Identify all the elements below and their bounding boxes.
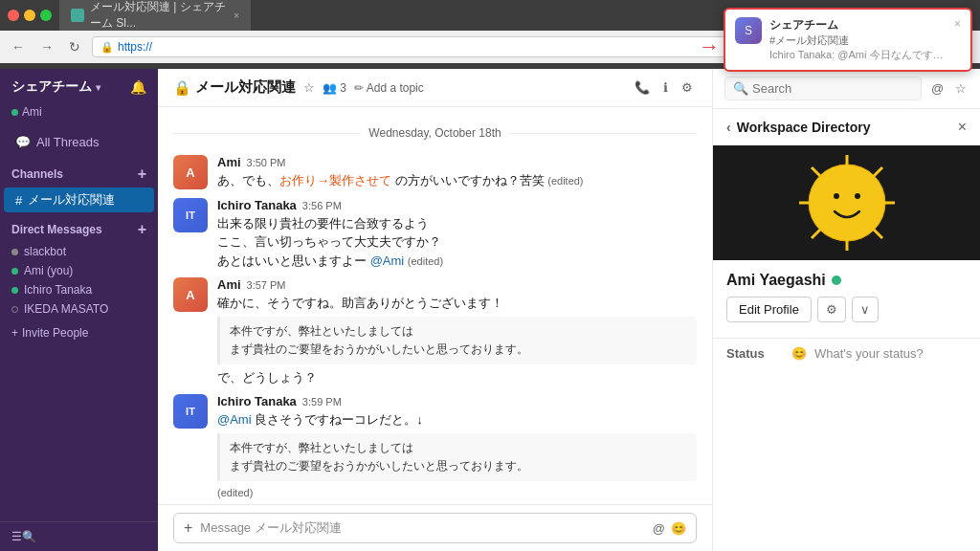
ami-status-dot bbox=[11, 268, 18, 275]
edited-indicator: (edited) bbox=[217, 485, 697, 501]
mention: @Ami bbox=[217, 412, 252, 427]
ikeda-status-dot bbox=[11, 306, 18, 313]
at-mention-icon[interactable]: @ bbox=[653, 521, 665, 536]
phone-icon[interactable]: 📞 bbox=[631, 77, 654, 99]
message-content: Ichiro Tanaka 3:56 PM 出来る限り貴社の要件に合致するよう … bbox=[217, 198, 697, 271]
edited-label: (edited) bbox=[408, 255, 443, 267]
input-action-icons: @ 😊 bbox=[653, 521, 686, 536]
close-window-button[interactable] bbox=[8, 10, 19, 21]
status-emoji[interactable]: 😊 bbox=[791, 346, 807, 361]
date-divider: Wednesday, October 18th bbox=[173, 119, 697, 147]
edit-profile-button[interactable]: Edit Profile bbox=[726, 297, 812, 322]
message-author: Ichiro Tanaka bbox=[217, 394, 297, 408]
dm-item-ikeda[interactable]: IKEDA MASATO bbox=[0, 299, 158, 319]
back-button[interactable]: ← bbox=[8, 37, 29, 56]
svg-line-6 bbox=[874, 230, 882, 238]
link-text: お作り→製作させて bbox=[279, 173, 391, 187]
workspace-name[interactable]: シェアチーム ▾ bbox=[11, 78, 100, 96]
avatar: IT bbox=[173, 394, 208, 429]
notification-bell-icon[interactable]: 🔔 bbox=[130, 79, 146, 95]
search-icon: 🔍 bbox=[733, 81, 748, 96]
ssl-lock-icon: 🔒 bbox=[100, 41, 114, 54]
sidebar-user-status: Ami bbox=[0, 103, 158, 126]
svg-line-8 bbox=[812, 230, 820, 238]
profile-panel-title: ‹ Workspace Directory bbox=[726, 120, 870, 135]
status-text[interactable]: What's your status? bbox=[814, 346, 924, 361]
add-topic-button[interactable]: ✏ Add a topic bbox=[354, 81, 424, 95]
profile-panel-header: ‹ Workspace Directory × bbox=[713, 109, 980, 145]
message-content: Ami 3:50 PM あ、でも、お作り→製作させて の方がいいですかね？苦笑 … bbox=[217, 155, 697, 190]
close-panel-button[interactable]: × bbox=[958, 119, 967, 136]
mention: @Ami bbox=[370, 253, 405, 268]
notification-content: シェアチーム #メール対応関連 Ichiro Tanaka: @Ami 今日なん… bbox=[769, 17, 947, 62]
dm-item-slackbot[interactable]: slackbot bbox=[0, 242, 158, 261]
user-status-dot bbox=[11, 109, 18, 116]
message-header: Ichiro Tanaka 3:59 PM bbox=[217, 394, 697, 408]
add-channel-button[interactable]: + bbox=[138, 165, 146, 183]
workspace-chevron-icon: ▾ bbox=[96, 82, 100, 93]
back-button[interactable]: ‹ bbox=[726, 120, 731, 135]
quoted-message: 本件ですが、弊社といたしましてはまず貴社のご要望をおうかがいしたいと思っておりま… bbox=[217, 317, 697, 364]
at-icon-button[interactable]: @ bbox=[929, 79, 946, 98]
svg-line-5 bbox=[812, 167, 820, 176]
star-channel-icon[interactable]: ☆ bbox=[303, 80, 315, 95]
forward-button[interactable]: → bbox=[36, 37, 57, 56]
svg-line-7 bbox=[874, 167, 882, 176]
red-arrow-indicator: → bbox=[699, 34, 720, 59]
message-input-field[interactable]: Message メール対応関連 bbox=[200, 519, 644, 537]
quoted-message: 本件ですが、弊社といたしましてはまず貴社のご要望をおうかがいしたいと思っておりま… bbox=[217, 433, 697, 481]
tab-favicon bbox=[71, 9, 84, 22]
right-panel-header: 🔍 @ ☆ ⋮ bbox=[713, 69, 980, 109]
lock-icon: 🔒 bbox=[173, 79, 191, 97]
profile-settings-button[interactable]: ⚙ bbox=[817, 297, 846, 322]
profile-more-button[interactable]: ∨ bbox=[852, 297, 879, 322]
refresh-button[interactable]: ↻ bbox=[65, 37, 84, 56]
window-controls bbox=[8, 10, 52, 21]
search-box[interactable]: 🔍 bbox=[724, 77, 922, 100]
app-layout: シェアチーム ▾ 🔔 Ami 💬 All Threads Channels + … bbox=[0, 69, 980, 551]
message-time: 3:59 PM bbox=[302, 396, 342, 408]
ichiro-status-dot bbox=[11, 287, 18, 294]
notification-popup[interactable]: S シェアチーム #メール対応関連 Ichiro Tanaka: @Ami 今日… bbox=[724, 8, 972, 72]
notification-close-button[interactable]: × bbox=[954, 17, 961, 31]
settings-icon[interactable]: ⚙ bbox=[678, 77, 697, 99]
sidebar-threads-section: 💬 All Threads bbox=[0, 126, 158, 158]
invite-people-button[interactable]: + Invite People bbox=[0, 319, 158, 347]
more-options-icon[interactable]: ⋮ bbox=[976, 79, 980, 98]
sidebar-header: シェアチーム ▾ 🔔 bbox=[0, 69, 158, 103]
emoji-icon[interactable]: 😊 bbox=[671, 521, 686, 536]
message-row: A Ami 3:57 PM 確かに、そうですね。助言ありがとうございます！ 本件… bbox=[158, 274, 712, 390]
minimize-window-button[interactable] bbox=[24, 10, 35, 21]
main-chat: 🔒 メール対応関連 ☆ 👥 3 ✏ Add a topic 📞 ℹ ⚙ Wedn… bbox=[158, 69, 712, 551]
message-input-box[interactable]: + Message メール対応関連 @ 😊 bbox=[173, 513, 697, 543]
threads-icon: 💬 bbox=[15, 135, 31, 149]
star-icon-button[interactable]: ☆ bbox=[953, 79, 969, 98]
maximize-window-button[interactable] bbox=[40, 10, 52, 21]
search-input[interactable] bbox=[752, 81, 913, 96]
svg-point-9 bbox=[834, 193, 839, 199]
info-icon[interactable]: ℹ bbox=[659, 77, 672, 99]
edited-label: (edited) bbox=[547, 175, 583, 187]
message-content: Ami 3:57 PM 確かに、そうですね。助言ありがとうございます！ 本件です… bbox=[217, 277, 697, 386]
dm-item-ichiro[interactable]: Ichiro Tanaka bbox=[0, 280, 158, 299]
message-input-area: + Message メール対応関連 @ 😊 bbox=[158, 504, 712, 551]
sidebar-item-mail-channel[interactable]: # メール対応関連 bbox=[4, 187, 154, 212]
profile-info: Ami Yaegashi Edit Profile ⚙ ∨ bbox=[713, 260, 980, 338]
profile-name: Ami Yaegashi bbox=[726, 272, 826, 289]
message-followup: で、どうしょう？ bbox=[217, 368, 697, 387]
add-dm-button[interactable]: + bbox=[138, 221, 146, 238]
status-row: Status 😊 What's your status? bbox=[713, 338, 980, 368]
profile-name-row: Ami Yaegashi bbox=[726, 272, 967, 289]
url-text: https:// bbox=[118, 40, 152, 54]
sidebar-item-all-threads[interactable]: 💬 All Threads bbox=[4, 131, 154, 153]
attach-button[interactable]: + bbox=[184, 519, 192, 537]
tab-title: メール対応関連 | シェアチーム Sl... bbox=[90, 0, 228, 32]
dm-section-label: Direct Messages + bbox=[0, 213, 158, 242]
message-header: Ami 3:50 PM bbox=[217, 155, 697, 169]
notification-title: シェアチーム bbox=[769, 17, 947, 33]
tab-close-button[interactable]: × bbox=[234, 11, 239, 21]
sidebar-bottom-nav[interactable]: ☰🔍 bbox=[0, 521, 158, 551]
messages-list: Wednesday, October 18th A Ami 3:50 PM あ、… bbox=[158, 107, 712, 504]
dm-item-ami[interactable]: Ami (you) bbox=[0, 261, 158, 280]
members-count: 👥 3 bbox=[323, 81, 346, 95]
